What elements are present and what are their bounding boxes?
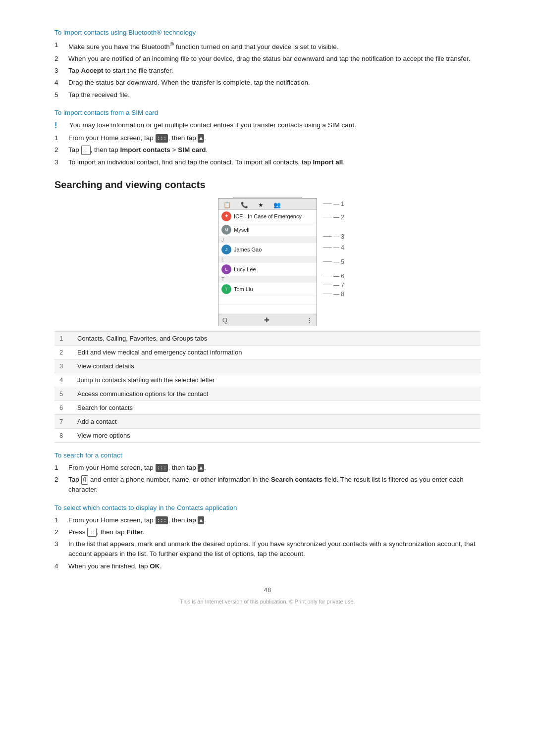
- phone-tabs: 📋 📞 ★ 👥: [218, 199, 317, 210]
- page-number: 48: [54, 586, 481, 594]
- bluetooth-step-4: 4 Drag the status bar downward. When the…: [54, 78, 481, 88]
- search-icon-inline: Q: [81, 475, 89, 485]
- myself-avatar: M: [221, 225, 231, 235]
- tom-name: Tom Liu: [234, 286, 253, 292]
- callout-desc-7: Add a contact: [72, 414, 481, 428]
- callout-5: — 5: [333, 258, 344, 265]
- callout-row-5: 5 Access communication options for the c…: [54, 387, 481, 401]
- callout-8: — 8: [333, 291, 344, 298]
- callout-1: — 1: [333, 201, 344, 207]
- callout-desc-1: Contacts, Calling, Favorites, and Groups…: [72, 331, 481, 345]
- footer-text: This is an Internet version of this publ…: [54, 599, 481, 605]
- search-steps: 1 From your Home screen, tap :::, then t…: [54, 463, 481, 495]
- search-step-2: 2 Tap Q and enter a phone number, name, …: [54, 475, 481, 495]
- callout-desc-5: Access communication options for the con…: [72, 387, 481, 401]
- contacts-icon-2: ▲: [198, 464, 204, 472]
- callout-desc-6: Search for contacts: [72, 401, 481, 414]
- contacts-icon: ▲: [198, 134, 204, 143]
- callout-table: 1 Contacts, Calling, Favorites, and Grou…: [54, 331, 481, 443]
- tab-icon-favorites: ★: [256, 201, 266, 209]
- filter-step-1: 1 From your Home screen, tap :::, then t…: [54, 515, 481, 525]
- bluetooth-step-3: 3 Tap Accept to start the file transfer.: [54, 66, 481, 76]
- section-l: L: [218, 256, 317, 263]
- lucy-row: L Lucy Lee: [218, 263, 317, 276]
- bluetooth-heading: To import contacts using Bluetooth® tech…: [54, 29, 481, 36]
- filter-heading: To select which contacts to display in t…: [54, 504, 481, 511]
- search-step-1: 1 From your Home screen, tap :::, then t…: [54, 463, 481, 473]
- callout-num-1: 1: [54, 331, 72, 345]
- add-bottom-icon: ✚: [264, 316, 269, 324]
- sim-warning-text: You may lose information or get multiple…: [69, 120, 357, 130]
- callout-7: — 7: [333, 282, 344, 289]
- james-row: J James Gao: [218, 243, 317, 256]
- sim-step-1: 1 From your Home screen, tap :::, then t…: [54, 133, 481, 143]
- empty-row-2: [218, 305, 317, 314]
- bluetooth-step-1: 1 Make sure you have the Bluetooth® func…: [54, 40, 481, 52]
- apps-icon-3: :::: [156, 516, 168, 525]
- tab-icon-groups: 👥: [271, 201, 283, 209]
- empty-row-1: [218, 296, 317, 305]
- callout-num-7: 7: [54, 414, 72, 428]
- menu-icon: ⋮: [81, 146, 91, 155]
- bluetooth-step-2: 2 When you are notified of an incoming f…: [54, 54, 481, 64]
- ice-row: ✚ ICE - In Case of Emergency: [218, 210, 317, 223]
- ice-avatar: ✚: [221, 211, 231, 221]
- filter-step-3: 3 In the list that appears, mark and unm…: [54, 539, 481, 559]
- callout-num-6: 6: [54, 401, 72, 414]
- callout-row-4: 4 Jump to contacts starting with the sel…: [54, 373, 481, 387]
- phone-frame: 📋 📞 ★ 👥 ✚ ICE - In Case of Emergency: [218, 198, 317, 326]
- sim-steps: 1 From your Home screen, tap :::, then t…: [54, 133, 481, 167]
- searching-heading: Searching and viewing contacts: [54, 179, 481, 191]
- sim-warning: ! You may lose information or get multip…: [54, 120, 481, 130]
- callout-4: — 4: [333, 244, 344, 251]
- tom-row: T Tom Liu: [218, 283, 317, 296]
- ice-name: ICE - In Case of Emergency: [234, 213, 302, 219]
- bluetooth-step-5: 5 Tap the received file.: [54, 90, 481, 100]
- tab-icon-contacts: 📋: [221, 201, 233, 209]
- filter-step-4: 4 When you are finished, tap OK.: [54, 561, 481, 571]
- more-bottom-icon: ⋮: [306, 316, 313, 324]
- callout-row-1: 1 Contacts, Calling, Favorites, and Grou…: [54, 331, 481, 345]
- callout-row-6: 6 Search for contacts: [54, 401, 481, 414]
- search-heading: To search for a contact: [54, 452, 481, 459]
- callout-num-4: 4: [54, 373, 72, 387]
- callout-6: — 6: [333, 273, 344, 280]
- sim-heading: To import contacts from a SIM card: [54, 109, 481, 116]
- contacts-icon-3: ▲: [198, 516, 204, 525]
- menu-icon-2: ⋮: [87, 528, 97, 537]
- myself-row: M Myself: [218, 223, 317, 237]
- lucy-name: Lucy Lee: [234, 266, 256, 272]
- lucy-avatar: L: [221, 264, 231, 274]
- screenshot-container: 📋 📞 ★ 👥 ✚ ICE - In Case of Emergency: [54, 198, 481, 326]
- callout-row-7: 7 Add a contact: [54, 414, 481, 428]
- callout-desc-8: View more options: [72, 428, 481, 442]
- callout-row-3: 3 View contact details: [54, 359, 481, 373]
- callout-desc-3: View contact details: [72, 359, 481, 373]
- apps-icon: :::: [156, 134, 168, 143]
- callout-2: — 2: [333, 214, 344, 221]
- bluetooth-steps: 1 Make sure you have the Bluetooth® func…: [54, 40, 481, 100]
- callout-row-2: 2 Edit and view medical and emergency co…: [54, 345, 481, 359]
- callout-desc-4: Jump to contacts starting with the selec…: [72, 373, 481, 387]
- tab-icon-calling: 📞: [239, 201, 250, 209]
- page-content: To import contacts using Bluetooth® tech…: [54, 0, 481, 634]
- callout-num-8: 8: [54, 428, 72, 442]
- callout-row-8: 8 View more options: [54, 428, 481, 442]
- sim-step-3: 3 To import an individual contact, find …: [54, 157, 481, 167]
- james-avatar: J: [221, 245, 231, 254]
- phone-bottom-bar: Q ✚ ⋮: [218, 314, 317, 326]
- warning-icon: !: [54, 121, 66, 130]
- screenshot-wrapper: 📋 📞 ★ 👥 ✚ ICE - In Case of Emergency: [218, 198, 317, 326]
- callout-num-3: 3: [54, 359, 72, 373]
- callout-desc-2: Edit and view medical and emergency cont…: [72, 345, 481, 359]
- section-t: T: [218, 276, 317, 283]
- tom-avatar: T: [221, 284, 231, 294]
- search-bottom-icon: Q: [222, 316, 227, 324]
- filter-steps: 1 From your Home screen, tap :::, then t…: [54, 515, 481, 571]
- myself-name: Myself: [234, 227, 250, 233]
- james-name: James Gao: [234, 247, 262, 252]
- callout-num-5: 5: [54, 387, 72, 401]
- apps-icon-2: :::: [156, 464, 168, 472]
- sim-step-2: 2 Tap ⋮, then tap Import contacts > SIM …: [54, 145, 481, 155]
- callout-num-2: 2: [54, 345, 72, 359]
